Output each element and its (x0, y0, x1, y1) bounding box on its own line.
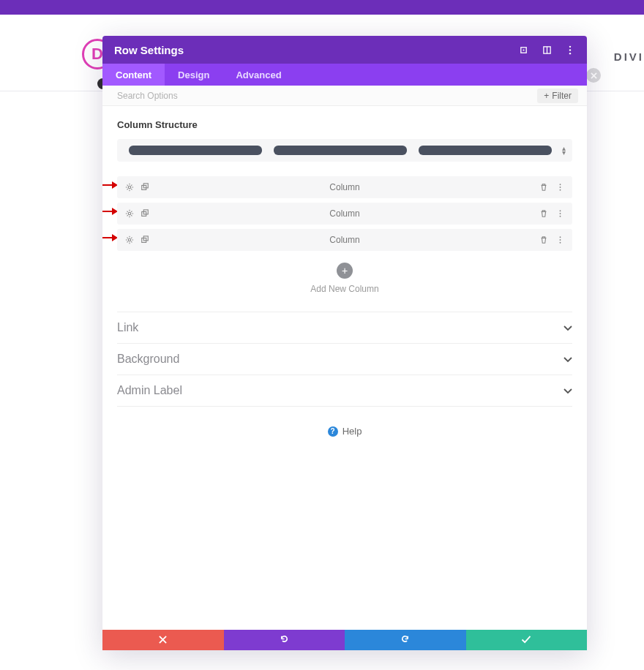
tab-design[interactable]: Design (165, 64, 222, 86)
accordion-background[interactable]: Background (117, 344, 572, 375)
check-icon (521, 634, 531, 646)
column-row-wrap-1: Column (117, 176, 572, 198)
accordion-title-background: Background (117, 353, 564, 366)
trash-icon[interactable] (539, 209, 548, 219)
svg-point-23 (560, 239, 561, 241)
chevron-down-icon (564, 323, 572, 334)
annotation-arrow-3 (102, 234, 118, 241)
app-top-bar (0, 0, 644, 15)
svg-point-4 (569, 45, 571, 47)
add-new-column-section: + Add New Column (117, 263, 572, 294)
add-column-label: Add New Column (117, 284, 572, 294)
svg-point-5 (569, 49, 571, 50)
plus-icon: + (342, 265, 348, 276)
chevron-down-icon (564, 354, 572, 365)
svg-point-10 (560, 184, 561, 185)
accordion-title-admin-label: Admin Label (117, 384, 564, 397)
help-label: Help (342, 426, 362, 437)
search-input[interactable] (117, 91, 537, 101)
svg-point-22 (560, 236, 561, 238)
more-icon[interactable] (555, 183, 565, 192)
svg-point-12 (560, 189, 561, 191)
svg-point-24 (560, 242, 561, 244)
search-row: + Filter (102, 86, 587, 106)
filter-label: Filter (552, 91, 572, 101)
more-icon[interactable] (565, 45, 575, 55)
close-icon (159, 634, 167, 646)
duplicate-icon[interactable] (140, 209, 149, 219)
column-item[interactable]: Column (117, 176, 572, 198)
content-area: Column Structure ▴▾ Column (102, 106, 587, 630)
annotation-arrow-1 (102, 181, 118, 189)
header-icon-group (518, 45, 575, 55)
column-label: Column (329, 208, 359, 219)
modal-title: Row Settings (114, 44, 518, 56)
close-overlay-button[interactable] (586, 68, 601, 83)
plus-icon: + (544, 91, 549, 101)
column-structure-selector[interactable]: ▴▾ (117, 139, 572, 162)
chevron-down-icon (564, 385, 572, 396)
tabs-bar: Content Design Advanced (102, 64, 587, 86)
svg-point-17 (560, 213, 561, 214)
add-column-button[interactable]: + (337, 263, 353, 279)
help-icon: ? (328, 426, 338, 437)
modal-header: Row Settings (102, 36, 587, 64)
accordion-group: Link Background Admin Label (117, 312, 572, 407)
row-settings-modal: Row Settings Content Design Advanced (102, 36, 587, 650)
undo-button[interactable] (224, 630, 345, 650)
svg-point-16 (560, 210, 561, 211)
svg-point-6 (569, 52, 571, 53)
duplicate-icon[interactable] (140, 183, 149, 192)
structure-col-2 (274, 146, 407, 155)
redo-icon (400, 634, 410, 646)
tab-content[interactable]: Content (102, 64, 165, 86)
svg-point-7 (128, 186, 130, 188)
structure-col-1 (129, 146, 262, 155)
duplicate-icon[interactable] (140, 236, 149, 245)
gear-icon[interactable] (124, 236, 134, 245)
undo-icon (280, 634, 289, 646)
page-background: D DIVI Row Settings Content Design A (0, 15, 644, 670)
footer-bar (102, 630, 587, 650)
accordion-admin-label[interactable]: Admin Label (117, 375, 572, 407)
cancel-button[interactable] (102, 630, 224, 650)
gear-icon[interactable] (124, 183, 134, 192)
expand-icon[interactable] (518, 45, 528, 55)
trash-icon[interactable] (539, 236, 548, 245)
svg-point-11 (560, 187, 561, 188)
gear-icon[interactable] (124, 209, 134, 219)
trash-icon[interactable] (539, 183, 548, 192)
help-row[interactable]: ? Help (117, 426, 572, 437)
annotation-arrow-2 (102, 208, 118, 215)
filter-button[interactable]: + Filter (537, 89, 578, 103)
accordion-title-link: Link (117, 321, 564, 334)
svg-point-18 (560, 216, 561, 217)
redo-button[interactable] (345, 630, 466, 650)
svg-point-1 (523, 49, 524, 50)
column-item[interactable]: Column (117, 229, 572, 251)
structure-col-3 (419, 146, 552, 155)
more-icon[interactable] (555, 236, 565, 245)
more-icon[interactable] (555, 209, 565, 219)
svg-point-19 (128, 238, 130, 241)
tab-advanced[interactable]: Advanced (222, 64, 294, 86)
divi-logo-letter: D (91, 45, 103, 64)
column-item[interactable]: Column (117, 203, 572, 225)
structure-dropdown-icon[interactable]: ▴▾ (562, 146, 566, 155)
column-row-wrap-2: Column (117, 203, 572, 225)
save-button[interactable] (466, 630, 588, 650)
accordion-link[interactable]: Link (117, 312, 572, 344)
column-label: Column (329, 182, 359, 192)
snap-icon[interactable] (542, 45, 552, 55)
column-row-wrap-3: Column (117, 229, 572, 251)
svg-point-13 (128, 212, 130, 214)
site-label: DIVI (614, 50, 644, 63)
column-structure-label: Column Structure (117, 119, 572, 130)
column-label: Column (329, 235, 359, 245)
